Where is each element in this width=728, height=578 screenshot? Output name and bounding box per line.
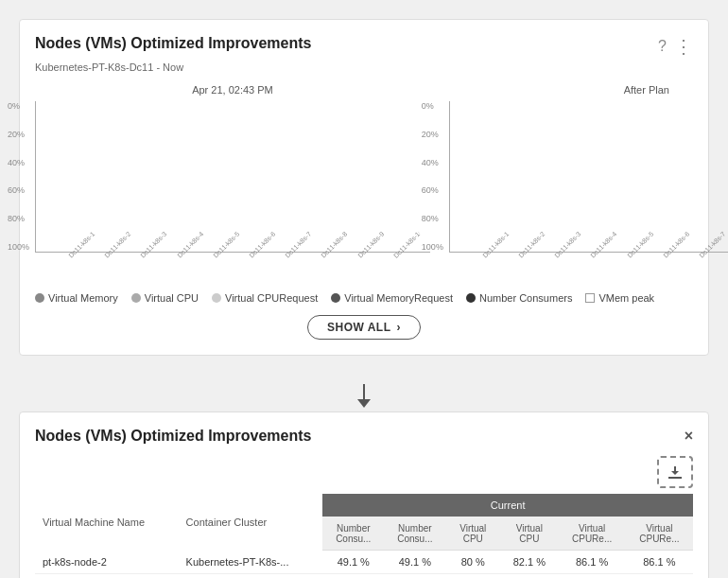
bottom-card-title: Nodes (VMs) Optimized Improvements (35, 428, 312, 445)
subheader-5: VirtualCPURe... (559, 517, 626, 551)
legend-label: Virtual Memory (48, 292, 118, 304)
cell-value: 49.1 % (322, 551, 384, 574)
subheader-3: VirtualCPU (445, 517, 500, 551)
download-button[interactable] (657, 456, 693, 488)
cell-value: 80 % (445, 551, 500, 574)
cell-value: 42.7 % (322, 574, 384, 579)
chart2-x-labels: Dc11-k8s-1Dc11-k8s-2Dc11-k8s-3Dc11-k8s-4… (477, 254, 728, 283)
chart1-bars (64, 101, 430, 252)
cell-cluster: Kubernetes-PT-K8s-... (179, 574, 323, 579)
cell-vm-name: pt-k8s-node-1 (35, 574, 179, 579)
download-row (35, 456, 693, 488)
cell-value: 42.7 % (384, 574, 445, 579)
cell-value: 79.5 % (559, 574, 626, 579)
legend-label: Number Consumers (479, 292, 572, 304)
col-vm-name-header: Virtual Machine Name (35, 494, 179, 551)
subheader-6: VirtualCPURe... (626, 517, 693, 551)
show-all-button[interactable]: SHOW ALL › (307, 315, 421, 340)
show-all-container: SHOW ALL › (35, 315, 693, 340)
cell-value: 86.1 % (626, 551, 693, 574)
subheader-4: VirtualCPU (500, 517, 558, 551)
cell-value: 59.5 % (500, 574, 558, 579)
connector-line (363, 384, 365, 399)
arrow-down-icon (357, 399, 371, 408)
legend-dot-icon (212, 293, 221, 303)
legend-item: Virtual CPU (131, 292, 199, 304)
table-row: pt-k8s-node-2Kubernetes-PT-K8s-...49.1 %… (35, 551, 693, 574)
bottom-card: Nodes (VMs) Optimized Improvements × Vir… (19, 412, 709, 578)
table-row: pt-k8s-node-1Kubernetes-PT-K8s-...42.7 %… (35, 574, 693, 579)
chevron-right-icon: › (397, 321, 402, 334)
table-body: pt-k8s-node-2Kubernetes-PT-K8s-...49.1 %… (35, 551, 693, 579)
top-card-title: Nodes (VMs) Optimized Improvements (35, 35, 312, 52)
help-icon[interactable]: ? (658, 38, 667, 55)
chart2-y-axis: 100% 80% 60% 40% 20% 0% (450, 101, 472, 252)
cell-value: 86.1 % (559, 551, 626, 574)
top-card-header: Nodes (VMs) Optimized Improvements ? ⋮ (35, 35, 693, 58)
close-button[interactable]: × (685, 428, 693, 445)
subheader-1: NumberConsu... (322, 517, 384, 551)
top-card-subtitle: Kubernetes-PT-K8s-Dc11 - Now (35, 61, 693, 73)
subheader-2: NumberConsu... (384, 517, 445, 551)
chart-legend: Virtual MemoryVirtual CPUVirtual CPURequ… (35, 292, 693, 304)
download-icon (667, 464, 684, 481)
legend-item: Virtual MemoryRequest (331, 292, 453, 304)
charts-row: Apr 21, 02:43 PM 100% 80% 60% 40% 20% 0%… (35, 84, 693, 283)
results-table: Virtual Machine Name Container Cluster C… (35, 494, 693, 578)
chart2-bars (478, 101, 728, 252)
col-cluster-header: Container Cluster (179, 494, 323, 551)
legend-item: Number Consumers (466, 292, 572, 304)
top-card: Nodes (VMs) Optimized Improvements ? ⋮ K… (19, 19, 709, 356)
cell-value: 49.1 % (384, 551, 445, 574)
chart2-label: After Plan (449, 84, 728, 96)
legend-label: Virtual CPU (145, 292, 199, 304)
card-icons: ? ⋮ (658, 35, 693, 58)
cell-vm-name: pt-k8s-node-2 (35, 551, 179, 574)
more-icon[interactable]: ⋮ (674, 35, 693, 58)
cell-value: 79.5 % (626, 574, 693, 579)
legend-item: Virtual Memory (35, 292, 118, 304)
legend-item: Virtual CPURequest (212, 292, 318, 304)
current-header: Current (322, 494, 693, 517)
legend-label: VMem peak (598, 292, 654, 304)
bottom-card-header: Nodes (VMs) Optimized Improvements × (35, 428, 693, 445)
bottom-wrapper: Nodes (VMs) Optimized Improvements × Vir… (19, 412, 709, 578)
chart1: Apr 21, 02:43 PM 100% 80% 60% 40% 20% 0%… (35, 84, 430, 283)
chart2: After Plan 100% 80% 60% 40% 20% 0% Dc11-… (449, 84, 728, 283)
cell-value: 82.1 % (500, 551, 558, 574)
chart1-x-labels: Dc11-k8s-1Dc11-k8s-2Dc11-k8s-3Dc11-k8s-4… (63, 254, 430, 283)
legend-item: VMem peak (585, 292, 654, 304)
arrow-connector (19, 384, 709, 408)
cell-value: 52.7% (445, 574, 500, 579)
legend-dot-icon (131, 293, 141, 303)
svg-rect-0 (668, 477, 682, 479)
table-header-row-1: Virtual Machine Name Container Cluster C… (35, 494, 693, 517)
chart1-y-axis: 100% 80% 60% 40% 20% 0% (36, 101, 58, 252)
legend-label: Virtual CPURequest (225, 292, 318, 304)
legend-dot-icon (466, 293, 476, 303)
legend-dot-icon (331, 293, 340, 303)
chart1-label: Apr 21, 02:43 PM (35, 84, 430, 96)
cell-cluster: Kubernetes-PT-K8s-... (179, 551, 323, 574)
chart1-area: 100% 80% 60% 40% 20% 0% (35, 101, 430, 253)
legend-dot-icon (35, 293, 44, 303)
legend-square-icon (585, 293, 595, 303)
legend-label: Virtual MemoryRequest (344, 292, 453, 304)
